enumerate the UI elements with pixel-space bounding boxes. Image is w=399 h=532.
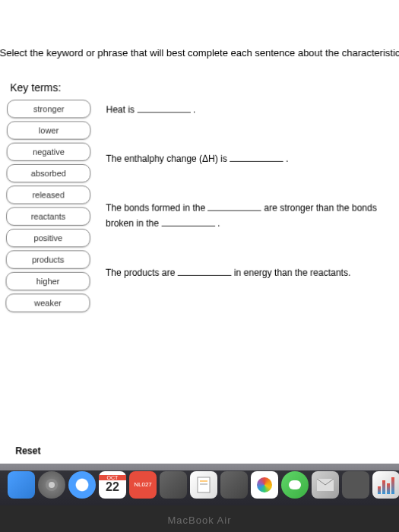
term-weaker[interactable]: weaker: [5, 293, 90, 312]
term-stronger[interactable]: stronger: [7, 100, 91, 118]
finder-icon[interactable]: [8, 471, 35, 499]
music-bars-icon[interactable]: [372, 471, 399, 499]
sentence-2-end: .: [283, 154, 289, 164]
term-reactants[interactable]: reactants: [6, 207, 90, 226]
key-terms-title: Key terms:: [7, 81, 106, 93]
tag-app-icon[interactable]: NL027: [129, 471, 157, 499]
sentence-3-end: .: [215, 217, 220, 228]
svg-rect-2: [198, 477, 210, 492]
sentence-1: Heat is .: [106, 103, 393, 117]
launchpad-icon[interactable]: [38, 471, 65, 499]
app-icon-1[interactable]: [160, 471, 187, 499]
sentence-4-text: The products are: [106, 267, 178, 277]
term-negative[interactable]: negative: [7, 143, 91, 161]
appstore-icon[interactable]: [342, 471, 369, 499]
svg-point-1: [49, 482, 55, 488]
laptop-model-label: MacBook Air: [0, 515, 399, 526]
reset-button[interactable]: Reset: [15, 445, 40, 456]
pages-icon[interactable]: [190, 471, 217, 499]
term-absorbed[interactable]: absorbed: [6, 164, 90, 182]
term-positive[interactable]: positive: [6, 229, 90, 247]
term-released[interactable]: released: [6, 185, 90, 204]
blank-3b[interactable]: [161, 217, 215, 226]
blank-4[interactable]: [178, 266, 232, 275]
mail-icon[interactable]: [312, 471, 339, 499]
sentence-2: The enthalphy change (ΔH) is .: [106, 152, 392, 166]
sentence-3: The bonds formed in the are stronger tha…: [106, 201, 393, 231]
sentence-4: The products are in energy than the reac…: [106, 265, 394, 280]
sentences-column: Heat is . The enthalphy change (ΔH) is .…: [106, 81, 394, 315]
sentence-2-text: The enthalphy change (ΔH) is: [106, 154, 230, 164]
sentence-1-end: .: [191, 104, 196, 115]
messages-icon[interactable]: [281, 471, 309, 499]
calendar-day: 22: [106, 480, 119, 494]
blank-3a[interactable]: [207, 202, 261, 211]
term-products[interactable]: products: [6, 250, 90, 268]
term-lower[interactable]: lower: [7, 121, 91, 139]
photos-icon[interactable]: [251, 471, 278, 499]
key-terms-column: Key terms: stronger lower negative absor…: [5, 81, 106, 315]
calendar-header: OCT: [99, 475, 126, 480]
term-higher[interactable]: higher: [5, 272, 90, 290]
sentence-1-text: Heat is: [106, 104, 138, 115]
instruction-text: Select the keyword or phrase that will b…: [0, 9, 399, 81]
macos-dock: OCT 22 NL027: [0, 464, 399, 505]
safari-icon[interactable]: [68, 471, 96, 499]
app-icon-2[interactable]: [220, 471, 248, 499]
sentence-4-end: in energy than the reactants.: [231, 267, 350, 277]
blank-2[interactable]: [230, 153, 283, 162]
blank-1[interactable]: [137, 103, 190, 112]
sentence-3-text-a: The bonds formed in the: [106, 203, 207, 214]
calendar-icon[interactable]: OCT 22: [99, 471, 126, 499]
